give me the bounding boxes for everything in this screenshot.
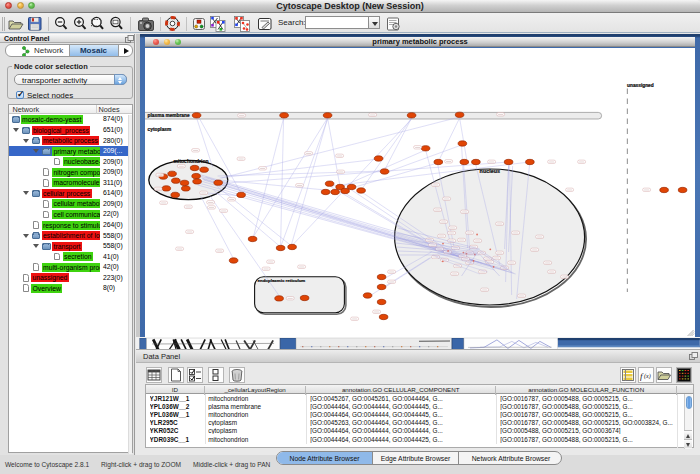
svg-text:nucleus: nucleus xyxy=(480,168,500,174)
svg-text:endoplasmic reticulum: endoplasmic reticulum xyxy=(258,278,306,283)
svg-text:unassigned: unassigned xyxy=(627,83,654,88)
svg-text:(x): (x) xyxy=(644,372,651,379)
svg-text:plasma membrane: plasma membrane xyxy=(148,113,190,118)
svg-text:cytoplasm: cytoplasm xyxy=(148,127,172,132)
svg-text:mitochondrion: mitochondrion xyxy=(174,158,209,164)
